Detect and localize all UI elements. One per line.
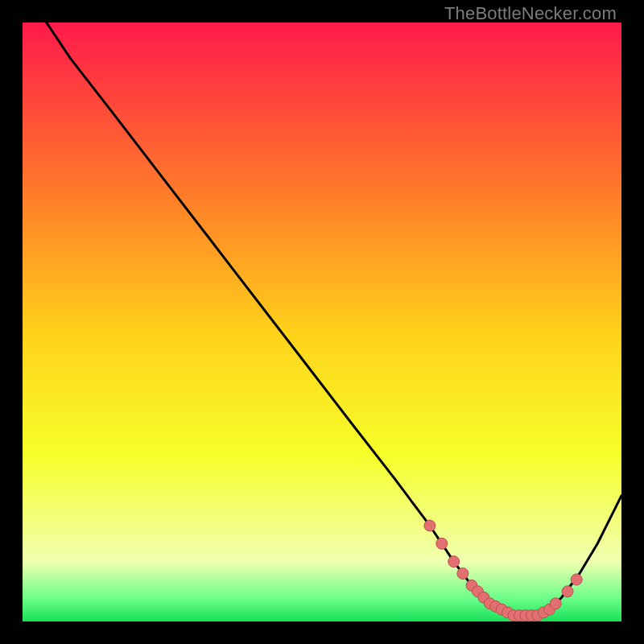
chart-svg	[23, 23, 621, 621]
marker-dot	[457, 568, 469, 579]
marker-dot	[562, 586, 573, 597]
marker-dot	[571, 574, 582, 585]
chart-frame	[23, 23, 621, 621]
watermark-text: TheBottleNecker.com	[444, 3, 617, 24]
marker-dot	[550, 598, 561, 609]
marker-dot	[448, 556, 460, 568]
marker-dot	[424, 520, 436, 531]
marker-dot	[436, 538, 448, 549]
